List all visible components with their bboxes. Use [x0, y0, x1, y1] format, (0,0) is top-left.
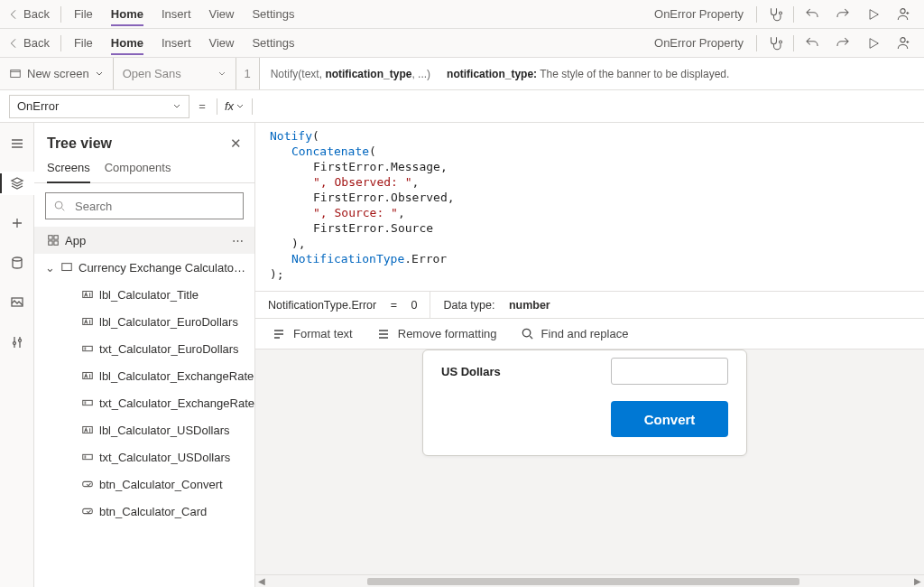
ribbon-tab-insert[interactable]: Insert: [152, 29, 200, 58]
tree-node-app[interactable]: App ⋯: [34, 227, 254, 254]
ribbon-tab-file[interactable]: File: [65, 0, 102, 29]
hint-text: The style of the banner to be displayed.: [540, 68, 729, 80]
font-name: Open Sans: [123, 67, 181, 80]
chevron-down-icon: [217, 70, 226, 79]
tree-tab-screens[interactable]: Screens: [47, 155, 90, 183]
font-size[interactable]: 1: [236, 58, 260, 89]
svg-point-1: [901, 8, 905, 13]
font-size-value: 1: [245, 67, 251, 80]
ribbon-tab-home[interactable]: Home: [102, 29, 152, 58]
tree-item[interactable]: txt_Calculator_EuroDollars: [34, 335, 254, 362]
canvas[interactable]: US Dollars Convert: [255, 349, 924, 574]
fx-button[interactable]: fx: [219, 99, 250, 113]
more-icon[interactable]: ⋯: [232, 234, 245, 247]
format-text-button[interactable]: Format text: [272, 327, 353, 341]
tree-panel: Tree view ✕ Screens Components App ⋯ ⌄ C…: [34, 123, 255, 587]
svg-rect-10: [49, 236, 52, 239]
search-input[interactable]: [73, 199, 236, 214]
scroll-left-icon[interactable]: ◀: [255, 576, 268, 586]
tree-item[interactable]: lbl_Calculator_EuroDollars: [34, 308, 254, 335]
person-icon[interactable]: [890, 29, 919, 58]
tree-tab-components[interactable]: Components: [105, 155, 171, 182]
stethoscope-icon[interactable]: [761, 0, 790, 29]
tree-title: Tree view: [47, 135, 112, 152]
font-selector[interactable]: Open Sans: [114, 58, 236, 89]
status-row: NotificationType.Error = 0 Data type: nu…: [255, 292, 924, 319]
tree-label: txt_Calculator_ExchangeRate: [99, 396, 254, 410]
chevron-down-icon: [95, 70, 104, 79]
ribbon-tab-home[interactable]: Home: [102, 0, 152, 29]
convert-button[interactable]: Convert: [611, 401, 728, 437]
property-link[interactable]: OnError Property: [645, 7, 753, 21]
button-icon: [81, 478, 94, 490]
back-label: Back: [23, 36, 50, 50]
tree-item[interactable]: txt_Calculator_USDollars: [34, 443, 254, 471]
back-button[interactable]: Back: [5, 0, 57, 29]
scroll-thumb[interactable]: [367, 578, 800, 585]
stethoscope-icon[interactable]: [761, 29, 790, 58]
play-icon[interactable]: [859, 29, 888, 58]
format-bar: Format text Remove formatting Find and r…: [255, 319, 924, 349]
tree-item[interactable]: lbl_Calculator_USDollars: [34, 416, 254, 443]
rail-tools[interactable]: [0, 331, 34, 354]
new-screen-dropdown[interactable]: New screen: [0, 58, 114, 89]
rail-insert[interactable]: [0, 211, 34, 235]
tree-label: btn_Calculator_Convert: [99, 478, 223, 491]
svg-point-24: [522, 329, 530, 336]
redo-icon[interactable]: [828, 0, 857, 29]
tree-search[interactable]: [45, 192, 244, 219]
tree-item[interactable]: txt_Calculator_ExchangeRate: [34, 389, 254, 416]
editor-header: Notify(text, notification_type, ...) not…: [260, 58, 924, 89]
svg-rect-21: [83, 454, 93, 459]
tree-item[interactable]: lbl_Calculator_ExchangeRate: [34, 362, 254, 389]
svg-point-0: [780, 12, 782, 14]
property-link[interactable]: OnError Property: [645, 36, 753, 50]
label-icon: [81, 288, 94, 301]
undo-icon[interactable]: [798, 29, 827, 58]
usd-input[interactable]: [611, 358, 728, 385]
usd-row: US Dollars: [441, 350, 728, 401]
rail-data[interactable]: [0, 251, 34, 275]
tree-header: Tree view ✕: [34, 123, 254, 155]
ribbon-tab-settings[interactable]: Settings: [243, 0, 303, 29]
scroll-right-icon[interactable]: ▶: [911, 576, 924, 586]
scroll-track[interactable]: [281, 576, 899, 587]
property-name: OnError: [17, 99, 59, 113]
ribbon-tab-file[interactable]: File: [65, 29, 102, 58]
separator: [252, 98, 253, 115]
ribbon-tab-view[interactable]: View: [200, 29, 244, 58]
hint-label: notification_type:: [447, 68, 537, 80]
play-icon[interactable]: [859, 0, 888, 29]
signature: Notify(text, notification_type, ...): [271, 68, 430, 80]
property-dropdown[interactable]: OnError: [9, 95, 189, 118]
fx-label: fx: [225, 99, 234, 113]
horizontal-scrollbar[interactable]: ◀ ▶: [255, 574, 924, 587]
label-icon: [81, 424, 94, 436]
separator: [217, 98, 217, 115]
remove-formatting-button[interactable]: Remove formatting: [376, 327, 497, 341]
svg-rect-19: [83, 400, 93, 405]
redo-icon[interactable]: [828, 29, 857, 58]
person-icon[interactable]: [890, 0, 919, 29]
tree-node-screen[interactable]: ⌄ Currency Exchange Calculator Screen: [34, 254, 254, 281]
ribbon-tab-view[interactable]: View: [200, 0, 244, 29]
format-icon: [272, 327, 286, 341]
back-button[interactable]: Back: [5, 29, 57, 58]
code-editor[interactable]: Notify(Concatenate(FirstError.Message,",…: [255, 123, 924, 292]
rail-hamburger[interactable]: [0, 132, 34, 155]
tree-item[interactable]: btn_Calculator_Card: [34, 498, 254, 525]
undo-icon[interactable]: [798, 0, 827, 29]
tree-label: txt_Calculator_USDollars: [99, 451, 230, 464]
rail-tree-view[interactable]: [0, 172, 34, 195]
signature-hint: notification_type: The style of the bann…: [447, 68, 729, 80]
left-rail: [0, 123, 34, 587]
separator: [60, 35, 61, 51]
rail-media[interactable]: [0, 291, 34, 314]
tree-item[interactable]: lbl_Calculator_Title: [34, 281, 254, 308]
dtype-value: number: [509, 299, 550, 312]
ribbon-tab-settings[interactable]: Settings: [243, 29, 303, 58]
tree-item[interactable]: btn_Calculator_Convert: [34, 471, 254, 498]
ribbon-tab-insert[interactable]: Insert: [152, 0, 200, 29]
find-replace-button[interactable]: Find and replace: [521, 327, 629, 340]
close-icon[interactable]: ✕: [230, 135, 242, 152]
